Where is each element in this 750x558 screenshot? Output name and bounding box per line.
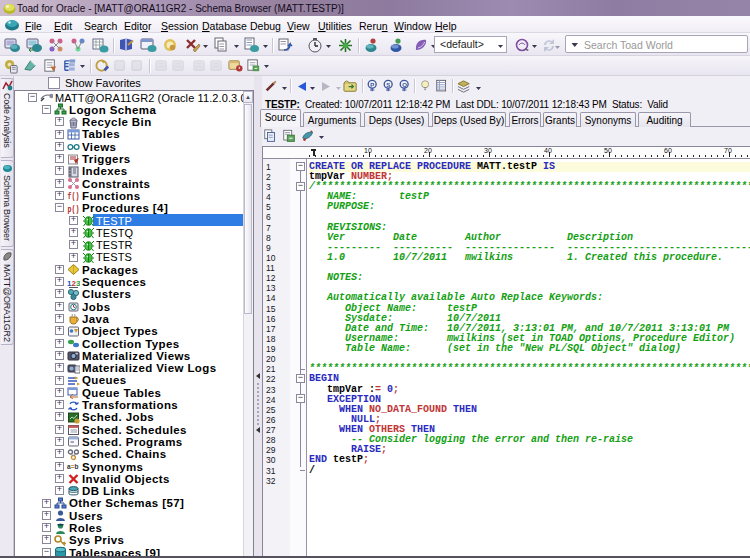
svg-text:a=b: a=b: [67, 463, 78, 470]
svg-text:p(): p(): [68, 205, 80, 215]
svg-text:Q: Q: [402, 81, 407, 88]
svg-text:P: P: [370, 81, 374, 88]
svg-text:123: 123: [67, 278, 80, 287]
svg-text:S: S: [386, 81, 390, 88]
